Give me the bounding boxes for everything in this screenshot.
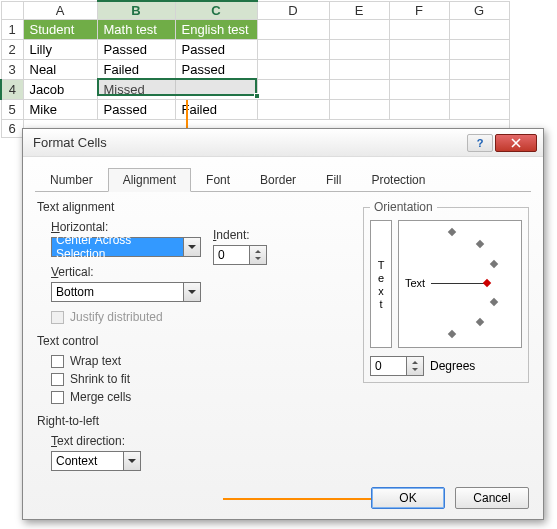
close-button[interactable] xyxy=(495,134,537,152)
cell[interactable] xyxy=(329,79,389,99)
degrees-spinner[interactable]: 0 xyxy=(370,356,424,376)
degrees-value[interactable]: 0 xyxy=(370,356,407,376)
cell[interactable] xyxy=(449,39,509,59)
dialog-titlebar[interactable]: Format Cells ? xyxy=(23,129,543,157)
cell[interactable] xyxy=(449,79,509,99)
cell[interactable] xyxy=(257,19,329,39)
spinner-down-icon[interactable] xyxy=(255,255,261,264)
cell[interactable] xyxy=(389,79,449,99)
chevron-down-icon[interactable] xyxy=(184,282,201,302)
col-header-f[interactable]: F xyxy=(389,1,449,19)
dialog-tabs: Number Alignment Font Border Fill Protec… xyxy=(35,167,531,192)
spinner-up-icon[interactable] xyxy=(255,246,261,255)
row-header[interactable]: 6 xyxy=(1,119,23,137)
text-control-label: Text control xyxy=(37,334,351,348)
cell[interactable] xyxy=(449,19,509,39)
tab-protection[interactable]: Protection xyxy=(356,168,440,192)
cell[interactable] xyxy=(329,59,389,79)
vertical-dropdown[interactable]: Bottom xyxy=(51,282,201,302)
cell[interactable] xyxy=(329,19,389,39)
cell[interactable] xyxy=(389,19,449,39)
annotation-arrow xyxy=(223,498,393,500)
shrink-to-fit-checkbox[interactable]: Shrink to fit xyxy=(51,372,351,386)
horizontal-label: Horizontal: xyxy=(51,220,201,234)
select-all-corner[interactable] xyxy=(1,1,23,19)
cell[interactable] xyxy=(175,79,257,99)
cell[interactable]: Lilly xyxy=(23,39,97,59)
help-button[interactable]: ? xyxy=(467,134,493,152)
horizontal-dropdown[interactable]: Center Across Selection xyxy=(51,237,201,257)
cell[interactable]: Passed xyxy=(175,59,257,79)
cell[interactable]: Student xyxy=(23,19,97,39)
col-header-g[interactable]: G xyxy=(449,1,509,19)
indent-label: Indent: xyxy=(213,228,267,242)
row-header[interactable]: 2 xyxy=(1,39,23,59)
cell[interactable] xyxy=(389,39,449,59)
text-direction-value: Context xyxy=(51,451,124,471)
cell[interactable]: Neal xyxy=(23,59,97,79)
row-header[interactable]: 5 xyxy=(1,99,23,119)
checkbox-icon xyxy=(51,373,64,386)
close-icon xyxy=(511,138,521,148)
cell[interactable]: English test xyxy=(175,19,257,39)
col-header-d[interactable]: D xyxy=(257,1,329,19)
col-header-b[interactable]: B xyxy=(97,1,175,19)
tab-number[interactable]: Number xyxy=(35,168,108,192)
cell[interactable]: Jacob xyxy=(23,79,97,99)
cell[interactable] xyxy=(257,39,329,59)
row-header[interactable]: 1 xyxy=(1,19,23,39)
shrink-label: Shrink to fit xyxy=(70,372,130,386)
cell[interactable]: Missed xyxy=(97,79,175,99)
rtl-label: Right-to-left xyxy=(37,414,351,428)
wrap-label: Wrap text xyxy=(70,354,121,368)
cell[interactable]: Passed xyxy=(97,39,175,59)
merge-label: Merge cells xyxy=(70,390,131,404)
cell[interactable] xyxy=(329,99,389,119)
cell[interactable]: Passed xyxy=(97,99,175,119)
row-header[interactable]: 3 xyxy=(1,59,23,79)
spinner-down-icon[interactable] xyxy=(412,366,418,375)
cell[interactable] xyxy=(449,99,509,119)
checkbox-icon xyxy=(51,355,64,368)
spreadsheet-grid: A B C D E F G 1 Student Math test Englis… xyxy=(0,0,557,138)
cell[interactable] xyxy=(389,59,449,79)
col-header-a[interactable]: A xyxy=(23,1,97,19)
chevron-down-icon[interactable] xyxy=(124,451,141,471)
cell[interactable]: Math test xyxy=(97,19,175,39)
format-cells-dialog: Format Cells ? Number Alignment Font Bor… xyxy=(22,128,544,520)
fill-handle[interactable] xyxy=(254,93,260,99)
chevron-down-icon[interactable] xyxy=(184,237,201,257)
horizontal-value: Center Across Selection xyxy=(51,237,184,257)
tab-fill[interactable]: Fill xyxy=(311,168,356,192)
cell[interactable]: Passed xyxy=(175,39,257,59)
dialog-title: Format Cells xyxy=(33,135,465,150)
tab-alignment[interactable]: Alignment xyxy=(108,168,191,192)
merge-cells-checkbox[interactable]: Merge cells xyxy=(51,390,351,404)
orientation-handle-icon[interactable] xyxy=(483,279,491,287)
cell[interactable] xyxy=(257,79,329,99)
indent-value[interactable]: 0 xyxy=(213,245,250,265)
wrap-text-checkbox[interactable]: Wrap text xyxy=(51,354,351,368)
indent-spinner[interactable]: 0 xyxy=(213,245,267,265)
cell[interactable] xyxy=(389,99,449,119)
spinner-up-icon[interactable] xyxy=(412,357,418,366)
tab-font[interactable]: Font xyxy=(191,168,245,192)
text-direction-dropdown[interactable]: Context xyxy=(51,451,141,471)
ok-button[interactable]: OK xyxy=(371,487,445,509)
cell[interactable] xyxy=(449,59,509,79)
cell[interactable] xyxy=(257,59,329,79)
cell[interactable] xyxy=(329,39,389,59)
justify-distributed-checkbox: Justify distributed xyxy=(51,310,351,324)
cancel-button[interactable]: Cancel xyxy=(455,487,529,509)
orientation-dial[interactable]: Text xyxy=(398,220,522,348)
col-header-c[interactable]: C xyxy=(175,1,257,19)
cell[interactable]: Mike xyxy=(23,99,97,119)
vertical-text-button[interactable]: Text xyxy=(370,220,392,348)
tab-border[interactable]: Border xyxy=(245,168,311,192)
vertical-value: Bottom xyxy=(51,282,184,302)
col-header-e[interactable]: E xyxy=(329,1,389,19)
cell[interactable]: Failed xyxy=(97,59,175,79)
cell[interactable] xyxy=(257,99,329,119)
row-header[interactable]: 4 xyxy=(1,79,23,99)
orientation-text: Text xyxy=(405,277,425,289)
